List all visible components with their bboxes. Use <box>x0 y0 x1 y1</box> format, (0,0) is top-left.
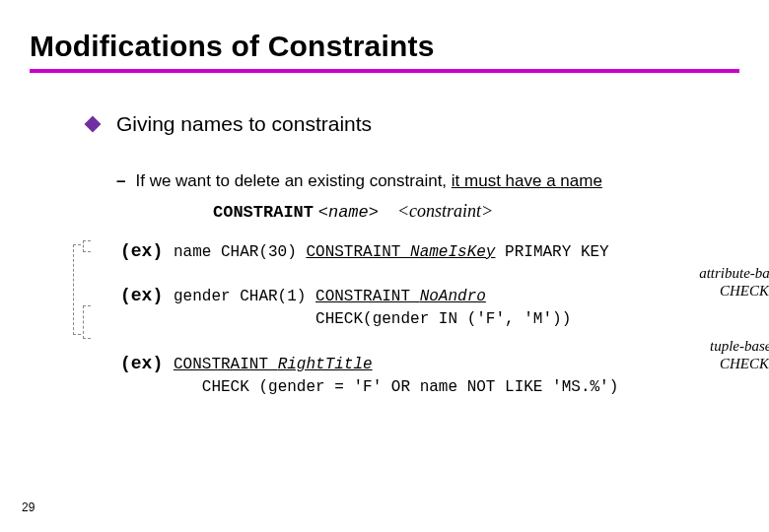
bracket-icon <box>83 240 91 252</box>
bullet-level2: – If we want to delete an existing const… <box>116 171 739 191</box>
example-3: (ex) CONSTRAINT RightTitle CHECK (gender… <box>120 354 739 399</box>
bullet-level2-emph: it must have a name <box>452 171 602 190</box>
bullet-level2-text: If we want to delete an existing constra… <box>135 171 601 191</box>
example-label: (ex) <box>120 241 174 261</box>
examples-block: (ex) name CHAR(30) CONSTRAINT NameIsKey … <box>120 241 739 399</box>
bullet-level1-text: Giving names to constraints <box>116 112 372 136</box>
example-3-body: CONSTRAINT RightTitle CHECK (gender = 'F… <box>174 354 618 399</box>
example-label: (ex) <box>120 286 174 305</box>
example-1-pre: name CHAR(30) <box>174 243 306 261</box>
example-1-kw: CONSTRAINT <box>306 243 410 261</box>
syntax-keyword: CONSTRAINT <box>213 203 314 222</box>
example-1-name: NameIsKey <box>410 243 495 261</box>
dash-bullet-icon: – <box>116 171 125 191</box>
annotation-attribute-check: attribute-based CHECK <box>690 264 769 299</box>
example-2-name: NoAndro <box>420 288 486 305</box>
example-2-kw: CONSTRAINT <box>315 288 420 305</box>
example-1-body: name CHAR(30) CONSTRAINT NameIsKey PRIMA… <box>174 241 609 264</box>
example-label: (ex) <box>120 354 174 373</box>
annotation-tuple-check: tuple-based CHECK <box>690 337 769 372</box>
example-3-line2: CHECK (gender = 'F' OR name NOT LIKE 'MS… <box>202 378 618 396</box>
example-2: (ex) gender CHAR(1) CONSTRAINT NoAndro C… <box>120 286 739 331</box>
example-3-kw: CONSTRAINT <box>174 356 278 373</box>
example-3-name: RightTitle <box>278 356 373 373</box>
example-1-post: PRIMARY KEY <box>495 243 608 261</box>
bullet-level1: Giving names to constraints <box>87 112 739 136</box>
bracket-icon <box>83 305 91 339</box>
bracket-icon <box>73 244 81 335</box>
title-underline <box>30 69 739 73</box>
example-2-line2: CHECK(gender IN ('F', 'M')) <box>315 310 571 328</box>
example-2-pre: gender CHAR(1) <box>174 288 315 305</box>
constraint-syntax: CONSTRAINT <name> <constraint> <box>213 201 739 222</box>
syntax-name: <name> <box>318 203 379 222</box>
page-title: Modifications of Constraints <box>30 30 739 63</box>
example-1: (ex) name CHAR(30) CONSTRAINT NameIsKey … <box>120 241 739 264</box>
diamond-bullet-icon <box>85 116 102 133</box>
page-number: 29 <box>22 500 35 514</box>
syntax-constraint: <constraint> <box>397 201 493 221</box>
slide-content: Giving names to constraints – If we want… <box>30 112 739 399</box>
bullet-level2-prefix: If we want to delete an existing constra… <box>135 171 451 190</box>
example-2-body: gender CHAR(1) CONSTRAINT NoAndro CHECK(… <box>174 286 571 331</box>
